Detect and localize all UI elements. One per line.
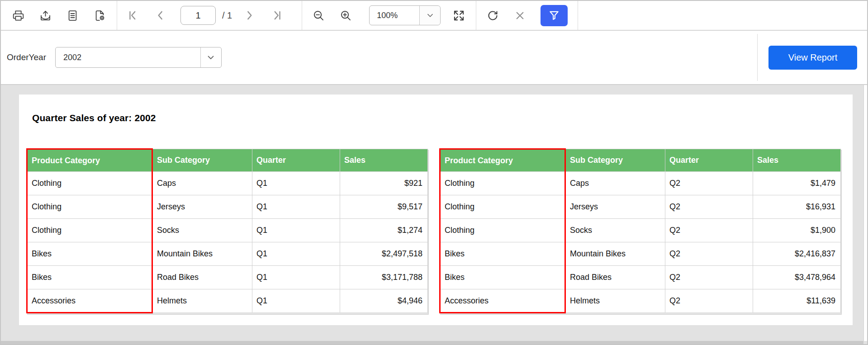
previous-page-button[interactable] xyxy=(150,5,171,26)
export-button[interactable] xyxy=(34,5,56,26)
fit-to-page-button[interactable] xyxy=(448,5,470,26)
zoom-level-value: 100% xyxy=(370,11,419,20)
first-page-icon xyxy=(128,9,139,21)
table-row: ClothingCapsQ2$1,479 xyxy=(440,172,841,195)
table-row: ClothingSocksQ2$1,900 xyxy=(440,219,841,242)
q1-sales-table-container: Product CategorySub CategoryQuarterSales… xyxy=(26,148,428,313)
table-row: ClothingJerseysQ1$9,517 xyxy=(27,195,428,219)
toolbar: / 1 xyxy=(1,1,867,31)
report-viewer: / 1 xyxy=(0,0,868,345)
table-cell: Q1 xyxy=(252,219,340,242)
table-cell: Accessories xyxy=(27,289,152,313)
table-row: AccessoriesHelmetsQ2$11,639 xyxy=(440,289,841,313)
table-cell: $9,517 xyxy=(340,195,428,219)
table-cell: Road Bikes xyxy=(565,266,665,289)
table-cell: Q2 xyxy=(665,219,753,242)
chevron-left-icon xyxy=(155,9,166,21)
table-cell: Q2 xyxy=(665,172,753,195)
cancel-button[interactable] xyxy=(509,5,531,26)
order-year-dropdown[interactable]: 2002 xyxy=(55,47,222,68)
horizontal-scrollbar[interactable] xyxy=(1,341,863,344)
table-cell: Bikes xyxy=(440,242,565,266)
table-cell: $921 xyxy=(340,172,428,195)
table-cell: Clothing xyxy=(440,172,565,195)
table-cell: Q2 xyxy=(665,266,753,289)
order-year-value: 2002 xyxy=(56,53,200,62)
table-cell: $3,171,788 xyxy=(340,266,428,289)
print-layout-button[interactable] xyxy=(62,5,83,26)
table-cell: Q2 xyxy=(665,242,753,266)
zoom-level-select[interactable]: 100% xyxy=(369,5,441,25)
table-cell: Bikes xyxy=(440,266,565,289)
table-cell: $2,416,837 xyxy=(753,242,841,266)
report-view-area: Quarter Sales of year: 2002 Product Cate… xyxy=(1,85,867,344)
table-cell: Q1 xyxy=(252,195,340,219)
chevron-down-icon[interactable] xyxy=(200,47,221,67)
column-header: Sub Category xyxy=(565,149,665,172)
table-cell: Bikes xyxy=(27,266,152,289)
last-page-button[interactable] xyxy=(266,5,287,26)
export-icon xyxy=(39,9,52,22)
table-cell: $3,478,964 xyxy=(753,266,841,289)
refresh-icon xyxy=(487,9,499,22)
column-header: Product Category xyxy=(27,149,152,172)
table-row: AccessoriesHelmetsQ1$4,946 xyxy=(27,289,428,313)
table-cell: Clothing xyxy=(27,172,152,195)
table-cell: $1,274 xyxy=(340,219,428,242)
table-row: ClothingCapsQ1$921 xyxy=(27,172,428,195)
zoom-in-icon xyxy=(340,9,352,22)
toolbar-divider xyxy=(117,1,117,30)
table-row: BikesRoad BikesQ2$3,478,964 xyxy=(440,266,841,289)
table-cell: Q1 xyxy=(252,266,340,289)
report-table: Product CategorySub CategoryQuarterSales… xyxy=(26,148,428,313)
table-cell: Clothing xyxy=(27,219,152,242)
column-header: Product Category xyxy=(440,149,565,172)
table-cell: $16,931 xyxy=(753,195,841,219)
table-cell: Accessories xyxy=(440,289,565,313)
table-cell: $1,900 xyxy=(753,219,841,242)
page-count-label: / 1 xyxy=(222,10,232,21)
parameter-bar: OrderYear 2002 View Report xyxy=(1,31,867,85)
toolbar-divider xyxy=(578,1,578,30)
page-number-input[interactable] xyxy=(180,6,216,25)
zoom-in-button[interactable] xyxy=(335,5,356,26)
chevron-down-icon[interactable] xyxy=(419,6,440,25)
report-title: Quarter Sales of year: 2002 xyxy=(32,113,156,123)
close-icon xyxy=(514,10,526,21)
fit-to-page-icon xyxy=(453,9,465,22)
first-page-button[interactable] xyxy=(123,5,144,26)
table-cell: Clothing xyxy=(440,219,565,242)
table-cell: Caps xyxy=(152,172,252,195)
table-cell: Q2 xyxy=(665,289,753,313)
table-row: BikesMountain BikesQ1$2,497,518 xyxy=(27,242,428,266)
page-setup-button[interactable] xyxy=(89,5,110,26)
last-page-icon xyxy=(270,9,282,21)
table-row: BikesMountain BikesQ2$2,416,837 xyxy=(440,242,841,266)
table-cell: Socks xyxy=(565,219,665,242)
refresh-button[interactable] xyxy=(482,5,503,26)
table-cell: Clothing xyxy=(27,195,152,219)
vertical-scrollbar[interactable] xyxy=(863,85,867,341)
column-header: Sales xyxy=(753,149,841,172)
print-icon xyxy=(12,9,24,22)
column-header: Sub Category xyxy=(152,149,252,172)
column-header: Sales xyxy=(340,149,428,172)
table-row: ClothingJerseysQ2$16,931 xyxy=(440,195,841,219)
table-cell: $11,639 xyxy=(753,289,841,313)
report-table: Product CategorySub CategoryQuarterSales… xyxy=(439,148,841,313)
page-setup-icon xyxy=(94,9,106,22)
table-cell: Q1 xyxy=(252,289,340,313)
table-cell: Caps xyxy=(565,172,665,195)
next-page-button[interactable] xyxy=(238,5,260,26)
report-page: Quarter Sales of year: 2002 Product Cate… xyxy=(19,95,853,325)
parameter-bar-divider xyxy=(757,34,758,81)
zoom-out-button[interactable] xyxy=(308,5,329,26)
table-row: ClothingSocksQ1$1,274 xyxy=(27,219,428,242)
table-cell: Q1 xyxy=(252,172,340,195)
parameters-filter-button[interactable] xyxy=(541,5,568,26)
parameter-label: OrderYear xyxy=(7,52,46,62)
print-button[interactable] xyxy=(7,5,29,26)
q2-sales-table-container: Product CategorySub CategoryQuarterSales… xyxy=(439,148,841,313)
table-cell: Q2 xyxy=(665,195,753,219)
view-report-button[interactable]: View Report xyxy=(768,46,857,70)
